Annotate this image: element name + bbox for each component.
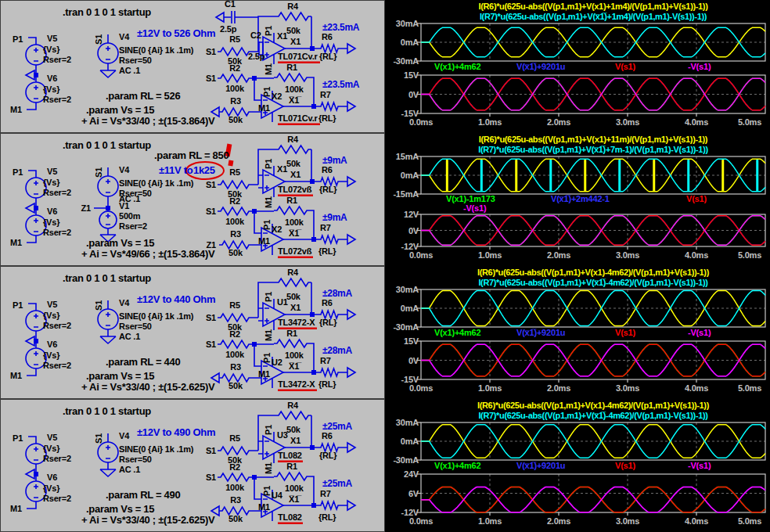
y-axis-label: 24V bbox=[404, 469, 419, 479]
bot-current-annotation: ±23.5mA bbox=[322, 79, 360, 90]
z1-source-group: Z1 V1 500m Rser=2 bbox=[81, 201, 147, 242]
y-axis-label: -30mA bbox=[393, 455, 419, 465]
port-m1-label: M1 bbox=[10, 371, 22, 380]
x-axis: 0.0ms 1.0ms 2.0ms 3.0ms 4.0ms 5.0ms bbox=[409, 383, 761, 393]
resistor-r1[interactable] bbox=[274, 74, 310, 81]
schematic-panel[interactable]: .tran 0 1 0 1 startup ±12V to 490 Ohm .p… bbox=[0, 399, 385, 532]
resistor-r2[interactable] bbox=[218, 207, 252, 215]
signal-source-v4[interactable] bbox=[98, 176, 118, 196]
param-rl-mid: .param RL = 526 bbox=[106, 90, 180, 102]
signal-source-v4[interactable] bbox=[98, 442, 118, 462]
v5-value: {Vs} bbox=[43, 45, 60, 54]
x-tick-label: 3.0ms bbox=[616, 516, 639, 526]
resistor-r1[interactable] bbox=[274, 473, 310, 480]
swing-note-circled: 1k25 bbox=[193, 164, 215, 176]
r3-label: R3 bbox=[230, 96, 241, 106]
r7-label: R7 bbox=[320, 223, 331, 232]
x-axis: 0.0ms 1.0ms 2.0ms 3.0ms 4.0ms 5.0ms bbox=[409, 516, 761, 526]
legend-item: -V(s1) bbox=[688, 62, 711, 71]
r2-value: 100k bbox=[225, 350, 245, 359]
resistor-r5[interactable] bbox=[218, 314, 252, 322]
r7-label: R7 bbox=[320, 356, 331, 365]
y-axis-label: 30mA bbox=[396, 418, 419, 427]
port-m1-label: M1 bbox=[10, 105, 22, 114]
resistor-r4[interactable] bbox=[275, 279, 311, 286]
schematic-panel[interactable]: .tran 0 1 0 1 startup ±12V to 440 Ohm .p… bbox=[0, 266, 385, 399]
swing-note-pre: ±11V to bbox=[159, 164, 193, 176]
x-tick-label: 1.0ms bbox=[478, 250, 502, 260]
opamp-top-model: TL071Cv.r bbox=[278, 52, 318, 61]
legend-item: V(s1) bbox=[615, 62, 635, 71]
r6-label: R6 bbox=[322, 165, 333, 174]
top-output-net: X1 bbox=[290, 170, 300, 179]
x-tick-label: 0.0ms bbox=[409, 117, 433, 127]
v4-label: V4 bbox=[119, 431, 130, 440]
y-axis-label: 0V bbox=[408, 90, 419, 99]
x-tick-label: 4.0ms bbox=[685, 516, 708, 526]
cap-c2-label: C2 bbox=[250, 31, 261, 40]
waveform-panel[interactable]: I(R6)*u(625u-abs((V(p1,m1)+V(x1)-4m62)/(… bbox=[385, 266, 770, 399]
legend-item: -V(s1) bbox=[688, 461, 711, 470]
ground-symbol bbox=[100, 469, 116, 476]
resistor-r5[interactable] bbox=[218, 48, 252, 56]
r1-value: 100k bbox=[285, 350, 304, 360]
v4-label: V4 bbox=[119, 165, 130, 174]
plot-title-yellow: I(R6)*u(625u-abs((V(p1,m1)+V(x1)+1m4)/(V… bbox=[479, 2, 709, 11]
v6-value: {Vs} bbox=[43, 217, 60, 227]
r6-label: R6 bbox=[322, 431, 333, 440]
v4-ac: AC .1 bbox=[119, 465, 140, 474]
resistor-r1[interactable] bbox=[274, 340, 310, 347]
y-axis-label: 0mA bbox=[401, 171, 419, 180]
resistor-r7[interactable] bbox=[318, 501, 341, 509]
x-tick-label: 0.0ms bbox=[409, 250, 433, 260]
simulation-row: .tran 0 1 0 1 startup ±12V to 490 Ohm .p… bbox=[0, 399, 770, 532]
r2-label: R2 bbox=[229, 329, 240, 339]
param-vs: .param Vs = 15 bbox=[86, 370, 154, 382]
resistor-r2[interactable] bbox=[218, 340, 252, 348]
r4-label: R4 bbox=[287, 268, 299, 277]
y-axis-label: 15V bbox=[404, 336, 419, 346]
resistor-r7[interactable] bbox=[318, 368, 341, 376]
resistor-r7[interactable] bbox=[318, 235, 341, 243]
opamp-bot-model: TL082 bbox=[278, 512, 302, 522]
tran-directive: .tran 0 1 0 1 startup bbox=[63, 272, 151, 284]
legend-item: -V(s1) bbox=[688, 328, 711, 337]
red-underline-top bbox=[278, 328, 317, 330]
param-vs: .param Vs = 15 bbox=[86, 104, 154, 116]
caps-group: C1 2.5p C2 2.5p bbox=[216, 0, 265, 61]
waveform-panel[interactable]: I(R6)*u(625u-abs((V(p1,m1)+V(x1)-4m62)/(… bbox=[385, 399, 770, 532]
v5-label: V5 bbox=[47, 167, 57, 176]
plot-title-yellow: I(R6)*u(625u-abs((V(p1,m1)+V(x1)-4m62)/(… bbox=[477, 268, 710, 277]
x-tick-label: 3.0ms bbox=[616, 383, 639, 393]
x-tick-label: 4.0ms bbox=[685, 250, 708, 260]
resistor-r7[interactable] bbox=[318, 102, 341, 110]
top-output-net: X1 bbox=[290, 303, 300, 312]
legend-item: V(x̅1̅)+9201u bbox=[516, 62, 565, 71]
waveform-panel[interactable]: I(R6)*u(625u-abs((V(p1,m1)+V(x1)+11m)/(V… bbox=[385, 133, 770, 266]
v5-label: V5 bbox=[47, 433, 57, 442]
opamp-bot-m1-pin: M1 bbox=[258, 236, 270, 246]
plot-title-cyan: I(R7)*u(625u-abs((V(p1,m1)+V(x̅1̅)+1m4)/… bbox=[480, 12, 707, 21]
waveform-panel[interactable]: I(R6)*u(625u-abs((V(p1,m1)+V(x1)+1m4)/(V… bbox=[385, 0, 770, 133]
cap-c1-value: 2.5p bbox=[220, 24, 237, 34]
opamp-top-p1-pin: P1 bbox=[264, 292, 273, 302]
red-underline-bottom bbox=[278, 124, 320, 126]
resistor-r4[interactable] bbox=[275, 146, 311, 153]
resistor-r5[interactable] bbox=[218, 447, 252, 455]
swing-note: ±12V to 526 Ohm bbox=[137, 27, 215, 39]
tran-directive: .tran 0 1 0 1 startup bbox=[63, 139, 151, 151]
signal-source-v4[interactable] bbox=[98, 43, 118, 63]
r2-label: R2 bbox=[229, 462, 240, 472]
schematic-panel[interactable]: Z1 V1 500m Rser=2 .tran 0 1 0 1 startup … bbox=[0, 133, 385, 266]
resistor-r4[interactable] bbox=[275, 13, 311, 20]
opamp-top-designator: X1 bbox=[277, 164, 287, 174]
resistor-r2[interactable] bbox=[218, 74, 252, 82]
v5-value: {Vs} bbox=[43, 444, 60, 453]
resistor-r5[interactable] bbox=[218, 181, 252, 189]
resistor-r2[interactable] bbox=[218, 473, 252, 481]
signal-source-v4[interactable] bbox=[98, 309, 118, 329]
schematic-panel[interactable]: C1 2.5p C2 2.5p bbox=[0, 0, 385, 133]
resistor-r1[interactable] bbox=[274, 207, 310, 214]
resistor-r4[interactable] bbox=[275, 412, 311, 419]
v4-sine: SINE(0 {Ai} 1k .1m) bbox=[119, 311, 194, 321]
